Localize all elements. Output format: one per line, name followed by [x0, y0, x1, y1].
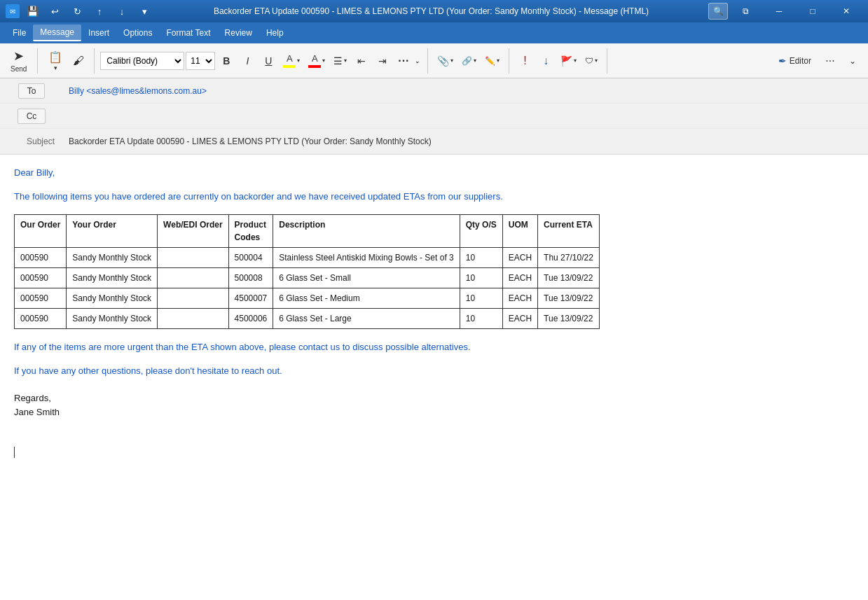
col-your-order: Your Order	[67, 215, 158, 248]
font-group: Calibri (Body) 11 B I U A ▾ A ▾ ☰▾ ⇤ ⇥ ·…	[100, 50, 422, 72]
search-box[interactable]: 🔍	[708, 3, 728, 20]
attach-file-button[interactable]: 📎▾	[434, 50, 457, 72]
cell-0-5: 10	[460, 248, 502, 268]
cell-1-3: 500008	[228, 268, 273, 288]
cell-1-5: 10	[460, 268, 502, 288]
to-button[interactable]: To	[18, 83, 46, 99]
cell-1-4: 6 Glass Set - Small	[273, 268, 460, 288]
highlight-indicator: A	[283, 53, 296, 68]
ribbon: ➤ Send 📋 ▾ 🖌 Calibri (Body) 11 B I U A	[0, 43, 868, 78]
intro-text: The following items you have ordered are…	[14, 190, 854, 204]
greeting: Dear Billy,	[14, 166, 854, 180]
send-group: ➤ Send	[6, 47, 32, 75]
email-body[interactable]: Dear Billy, The following items you have…	[0, 155, 868, 599]
font-family-select[interactable]: Calibri (Body)	[100, 52, 184, 70]
underline-button[interactable]: U	[259, 50, 278, 72]
insert-link-button[interactable]: 🔗▾	[458, 50, 480, 72]
tags-group: ! ↓ 🚩▾ 🛡▾	[515, 50, 601, 72]
main-content: To Billy <sales@limes&lemons.com.au> Cc …	[0, 78, 868, 600]
clipboard-group: 📋 ▾ 🖌	[43, 47, 88, 75]
editor-label: Editor	[790, 56, 811, 66]
signature-line1: Regards,	[14, 391, 854, 405]
footer-text-2: If you have any other questions, please …	[14, 364, 854, 378]
menu-file[interactable]: File	[6, 25, 33, 41]
editor-group: ✒ Editor ··· ⌄	[772, 50, 862, 72]
cell-2-5: 10	[460, 288, 502, 309]
order-table: Our Order Your Order Web/EDI Order Produ…	[14, 214, 600, 329]
more-options-button[interactable]: ···	[394, 50, 413, 72]
font-color-button[interactable]: A ▾	[305, 50, 329, 72]
importance-high-button[interactable]: !	[515, 50, 535, 72]
signature-button[interactable]: ✏️▾	[481, 50, 503, 72]
title-bar: ✉ 💾 ↩ ↻ ↑ ↓ ▾ Backorder ETA Update 00059…	[0, 0, 868, 22]
app-icon: ✉	[6, 4, 20, 18]
table-header-row: Our Order Your Order Web/EDI Order Produ…	[15, 215, 600, 248]
editor-icon: ✒	[778, 55, 787, 67]
close-button[interactable]: ✕	[830, 1, 862, 21]
subject-row: Subject Backorder ETA Update 000590 - LI…	[0, 129, 868, 154]
clipboard-button[interactable]: 📋 ▾	[43, 47, 67, 75]
table-row: 000590Sandy Monthly Stock500004Stainless…	[15, 248, 600, 268]
col-uom: UOM	[502, 215, 537, 248]
to-value[interactable]: Billy <sales@limes&lemons.com.au>	[63, 82, 868, 100]
cc-row: Cc	[0, 104, 868, 129]
maximize-button[interactable]: □	[797, 1, 829, 21]
cc-button[interactable]: Cc	[18, 109, 46, 124]
save-button[interactable]: 💾	[22, 0, 42, 22]
italic-button[interactable]: I	[237, 50, 257, 72]
redo-button[interactable]: ↻	[67, 0, 87, 22]
cell-1-7: Tue 13/09/22	[538, 268, 600, 288]
cell-3-0: 000590	[15, 309, 67, 329]
col-our-order: Our Order	[15, 215, 67, 248]
subject-value[interactable]: Backorder ETA Update 000590 - LIMES & LE…	[63, 132, 868, 151]
menu-options[interactable]: Options	[116, 25, 159, 41]
customize-button[interactable]: ▾	[135, 0, 154, 22]
minimize-button[interactable]: ─	[763, 1, 795, 21]
decrease-indent-button[interactable]: ⇤	[352, 50, 371, 72]
sep1	[37, 48, 38, 74]
col-product-codes: ProductCodes	[228, 215, 273, 248]
menu-format-text[interactable]: Format Text	[159, 25, 217, 41]
cc-label-area: Cc	[0, 104, 63, 128]
cc-value[interactable]	[63, 112, 868, 120]
table-row: 000590Sandy Monthly Stock45000066 Glass …	[15, 309, 600, 329]
format-painter-button[interactable]: 🖌	[69, 47, 88, 75]
list-button[interactable]: ☰▾	[330, 50, 350, 72]
menu-message[interactable]: Message	[33, 25, 81, 41]
sep2	[94, 48, 95, 74]
to-row: To Billy <sales@limes&lemons.com.au>	[0, 78, 868, 104]
sensitive-button[interactable]: 🛡▾	[581, 50, 601, 72]
cell-1-0: 000590	[15, 268, 67, 288]
sep4	[509, 48, 509, 74]
bold-button[interactable]: B	[216, 50, 236, 72]
restore-window-button[interactable]: ⧉	[729, 1, 762, 21]
up-button[interactable]: ↑	[90, 0, 109, 22]
ribbon-expand-btn[interactable]: ⌄	[415, 57, 422, 64]
col-description: Description	[273, 215, 460, 248]
email-body-scroll[interactable]: Dear Billy, The following items you have…	[0, 155, 868, 600]
cell-2-2	[158, 288, 228, 309]
highlight-button[interactable]: A ▾	[280, 50, 303, 72]
undo-button[interactable]: ↩	[45, 0, 64, 22]
menu-insert[interactable]: Insert	[81, 25, 116, 41]
cell-1-1: Sandy Monthly Stock	[67, 268, 158, 288]
cell-3-2	[158, 309, 228, 329]
importance-low-button[interactable]: ↓	[536, 50, 556, 72]
menu-review[interactable]: Review	[218, 25, 259, 41]
flag-button[interactable]: 🚩▾	[557, 50, 580, 72]
cell-3-5: 10	[460, 309, 502, 329]
window-title: Backorder ETA Update 000590 - LIMES & LE…	[154, 6, 708, 16]
cell-3-6: EACH	[502, 309, 537, 329]
cell-0-7: Thu 27/10/22	[538, 248, 600, 268]
increase-indent-button[interactable]: ⇥	[373, 50, 392, 72]
subject-label: Subject	[0, 132, 63, 151]
menu-help[interactable]: Help	[259, 25, 291, 41]
cell-0-4: Stainless Steel Antiskid Mixing Bowls - …	[273, 248, 460, 268]
ribbon-collapse-button[interactable]: ⌄	[843, 50, 862, 72]
down-button[interactable]: ↓	[112, 0, 132, 22]
menu-bar: File Message Insert Options Format Text …	[0, 22, 868, 43]
editor-button[interactable]: ✒ Editor	[772, 52, 818, 70]
font-size-select[interactable]: 11	[186, 52, 215, 70]
more-ribbon-button[interactable]: ···	[820, 50, 840, 72]
send-button[interactable]: ➤ Send	[6, 47, 32, 75]
